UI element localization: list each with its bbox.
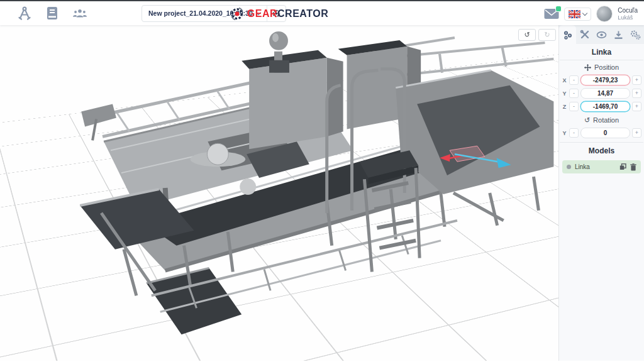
z-decrement-button[interactable]: -	[569, 102, 579, 111]
trash-icon	[630, 163, 636, 171]
rotation-y-increment-button[interactable]: +	[632, 128, 641, 138]
topbar-left-tools	[0, 5, 142, 21]
rotation-y-decrement-button[interactable]: -	[569, 128, 579, 138]
models-title: Models	[559, 143, 644, 158]
users-icon[interactable]	[72, 5, 88, 21]
copy-icon	[619, 163, 626, 170]
position-z-input[interactable]	[580, 101, 630, 112]
y-increment-button[interactable]: +	[632, 89, 641, 98]
tab-tools[interactable]	[576, 25, 593, 44]
viewport-actions: ↺ ↻	[518, 29, 556, 41]
topbar-right: Cocuľa Lukáš	[544, 1, 644, 26]
download-icon	[614, 30, 623, 40]
project-selector: New project_21.04.2020_16:39:30	[142, 5, 286, 22]
messages-button[interactable]	[544, 8, 559, 19]
language-selector[interactable]	[564, 8, 591, 21]
handbook-icon[interactable]	[44, 5, 60, 21]
panel-tabs	[559, 25, 644, 44]
selection-title: Linka	[559, 44, 644, 60]
drafting-tools-icon[interactable]	[16, 5, 33, 21]
position-section-label: Position	[559, 60, 644, 74]
3d-model-linka[interactable]	[0, 25, 558, 361]
chevron-down-icon	[256, 9, 261, 14]
model-name-label: Linka	[575, 163, 616, 170]
rotation-section-label: ↺ Rotation	[559, 113, 644, 126]
notification-badge	[555, 6, 562, 12]
top-bar: New project_21.04.2020_16:39:30 GEARCREA…	[0, 0, 644, 25]
z-increment-button[interactable]: +	[632, 102, 641, 111]
user-menu[interactable]: Cocuľa Lukáš	[618, 7, 640, 21]
axis-x-label: X	[562, 77, 567, 84]
eye-icon	[596, 31, 607, 39]
move-icon	[584, 64, 591, 71]
user-first-name: Cocuľa	[618, 7, 638, 14]
project-settings-button[interactable]	[267, 6, 286, 21]
3d-viewport[interactable]: ↺ ↻	[0, 25, 558, 361]
rotate-icon: ↺	[584, 117, 590, 124]
settings-gears-icon	[630, 30, 641, 40]
position-y-row: Y - +	[559, 87, 644, 100]
tab-settings[interactable]	[627, 25, 644, 44]
project-name-label: New project_21.04.2020_16:39:30	[148, 9, 253, 17]
chevron-down-icon	[582, 10, 587, 15]
duplicate-model-button[interactable]	[619, 163, 626, 170]
model-list-item-linka[interactable]: Linka	[562, 160, 641, 173]
project-dropdown[interactable]: New project_21.04.2020_16:39:30	[142, 6, 267, 21]
axis-z-label: Z	[562, 104, 567, 110]
undo-button[interactable]: ↺	[518, 29, 536, 41]
position-x-input[interactable]	[580, 75, 630, 85]
gears-cluster-icon	[562, 30, 573, 40]
position-z-row: Z - +	[559, 100, 644, 113]
position-x-row: X - +	[559, 74, 644, 87]
user-avatar[interactable]	[596, 6, 613, 22]
gear-icon	[272, 9, 280, 18]
rotation-axis-y-label: Y	[562, 130, 567, 136]
user-last-name: Lukáš	[618, 14, 638, 21]
axis-y-label: Y	[562, 90, 567, 97]
tab-model[interactable]	[559, 25, 576, 44]
redo-button[interactable]: ↻	[538, 29, 556, 41]
model-color-dot	[567, 165, 571, 169]
rotation-y-row: Y - +	[559, 126, 644, 140]
rotation-y-input[interactable]	[580, 128, 630, 138]
uk-flag-icon	[569, 10, 580, 18]
position-y-input[interactable]	[580, 88, 630, 99]
x-decrement-button[interactable]: -	[569, 75, 579, 85]
tools-icon	[580, 30, 590, 40]
x-increment-button[interactable]: +	[632, 75, 641, 85]
y-decrement-button[interactable]: -	[569, 89, 579, 98]
properties-panel: Linka Position X - + Y - +	[558, 25, 644, 361]
delete-model-button[interactable]	[630, 163, 636, 171]
tab-visibility[interactable]	[593, 25, 610, 44]
tab-export[interactable]	[610, 25, 627, 44]
